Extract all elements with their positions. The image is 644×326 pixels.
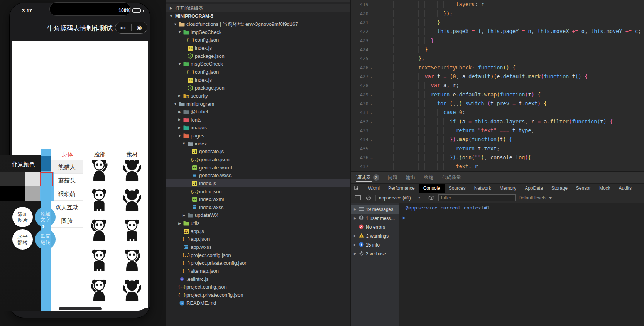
devtools-tab-sources[interactable]: Sources xyxy=(445,184,470,193)
tree-item[interactable]: {..}project.private.config.json xyxy=(166,291,350,299)
tree-item[interactable]: {..}project.config.json xyxy=(166,251,350,259)
tree-item[interactable]: generate.wxss xyxy=(166,171,350,179)
sticker-item[interactable] xyxy=(87,217,111,244)
tab-3[interactable]: 素材 xyxy=(116,149,148,160)
sticker-item[interactable] xyxy=(120,277,144,304)
fold-arrow-icon[interactable]: ⌄ xyxy=(368,120,375,123)
category-item[interactable]: 蘑菇头 xyxy=(51,174,83,187)
chevron-down-icon[interactable]: ▼ xyxy=(181,142,187,145)
chevron-right-icon[interactable]: ▶ xyxy=(177,118,183,122)
chevron-right-icon[interactable]: ▶ xyxy=(177,126,183,130)
sticker-item[interactable] xyxy=(87,277,111,304)
fold-arrow-icon[interactable]: ⌄ xyxy=(368,66,375,69)
chevron-right-icon[interactable]: ▶ xyxy=(354,234,357,238)
tree-item[interactable]: ▶fonts xyxy=(166,116,350,124)
code-editor[interactable]: 419layers: r420});421}422this.pageX = i,… xyxy=(351,0,644,171)
fold-arrow-icon[interactable]: ⌄ xyxy=(368,111,375,115)
debugger-tab[interactable]: 输出 xyxy=(406,172,416,183)
tree-item[interactable]: JSapp.js xyxy=(166,227,350,235)
menu-dots-icon[interactable]: ••• xyxy=(115,25,131,30)
sticker-item[interactable] xyxy=(87,247,111,274)
color-swatch[interactable] xyxy=(25,172,40,186)
tree-item[interactable]: ▶updateWX xyxy=(166,211,350,220)
tree-section-header[interactable]: ▼MINIPROGRAM-5 xyxy=(166,12,350,20)
tree-item[interactable]: ▼msgSecCheck xyxy=(166,60,350,68)
tree-item[interactable]: package.json xyxy=(166,84,350,92)
chevron-down-icon[interactable]: ▼ xyxy=(168,14,174,18)
console-filter-row[interactable]: ▶2 verbose xyxy=(351,249,399,258)
devtools-tab-wxml[interactable]: Wxml xyxy=(364,184,384,193)
console-output[interactable]: @appservice-current-context#1 > xyxy=(399,203,644,326)
tree-item[interactable]: {..}project.private.config.json xyxy=(166,259,350,267)
category-item[interactable]: 熊猫人 xyxy=(51,160,83,174)
log-level-selector[interactable]: Default levels ▼ xyxy=(519,195,553,201)
capsule-button[interactable]: ••• ◉ xyxy=(115,22,147,34)
tree-item[interactable]: {..}config.json xyxy=(166,68,350,76)
sticker-item[interactable] xyxy=(120,217,144,244)
tree-item[interactable]: ▼pages xyxy=(166,132,350,140)
tree-item[interactable]: {..}sitemap.json xyxy=(166,267,350,275)
sticker-item[interactable] xyxy=(87,187,111,214)
chevron-right-icon[interactable]: › xyxy=(42,221,45,231)
tree-item[interactable]: iREADME.md xyxy=(166,299,350,307)
chevron-right-icon[interactable]: ▶ xyxy=(177,221,183,225)
sticker-item[interactable] xyxy=(87,157,111,184)
flip-horizontal-button[interactable]: 水平翻转 xyxy=(12,229,33,250)
chevron-down-icon[interactable]: ▼ xyxy=(177,134,183,138)
tree-item[interactable]: JSindex.js xyxy=(166,179,350,187)
chevron-down-icon[interactable]: ▼ xyxy=(177,30,183,34)
tree-item[interactable]: JSgenerate.js xyxy=(166,148,350,156)
console-prompt[interactable]: > xyxy=(399,213,644,221)
tree-item[interactable]: ▶security xyxy=(166,92,350,100)
tree-item[interactable]: {..}config.json xyxy=(166,36,350,44)
fold-arrow-icon[interactable]: ⌄ xyxy=(368,156,375,160)
tree-item[interactable]: JSindex.js xyxy=(166,44,350,52)
tree-item[interactable]: ▼index xyxy=(166,140,350,148)
devtools-tab-audits[interactable]: Audits xyxy=(615,184,636,193)
chevron-right-icon[interactable]: ▶ xyxy=(168,6,174,10)
devtools-tab-performance[interactable]: Performance xyxy=(384,184,419,193)
chevron-right-icon[interactable]: ▶ xyxy=(354,216,357,220)
console-filter-row[interactable]: ▶2 warnings xyxy=(351,231,399,240)
filter-input[interactable] xyxy=(438,194,516,201)
tree-item[interactable]: ▼miniprogram xyxy=(166,100,350,108)
chevron-down-icon[interactable]: ▼ xyxy=(177,62,183,66)
tree-item[interactable]: {..}index.json xyxy=(166,187,350,196)
clear-console-icon[interactable] xyxy=(365,195,372,201)
fold-arrow-icon[interactable]: ⌄ xyxy=(368,101,375,105)
sticker-item[interactable] xyxy=(120,247,144,274)
chevron-down-icon[interactable]: ▼ xyxy=(172,102,178,106)
tree-item[interactable]: <>generate.wxml xyxy=(166,164,350,172)
color-swatch[interactable] xyxy=(25,186,40,201)
category-item[interactable]: 圆脸 xyxy=(51,214,83,228)
record-icon[interactable]: ◉ xyxy=(132,25,147,31)
tab-1[interactable]: 身体 xyxy=(51,149,84,160)
chevron-right-icon[interactable]: ▶ xyxy=(354,208,357,211)
element-picker-icon[interactable] xyxy=(351,184,362,193)
devtools-tab-mock[interactable]: Mock xyxy=(595,184,615,193)
tree-item[interactable]: package.json xyxy=(166,52,350,60)
devtools-tab-console[interactable]: Console xyxy=(419,184,445,193)
fold-arrow-icon[interactable]: ⌄ xyxy=(368,138,375,142)
debugger-tab[interactable]: 问题 xyxy=(388,172,397,183)
debugger-tab[interactable]: 调试器2 xyxy=(356,172,379,183)
tree-item[interactable]: ▶@babel xyxy=(166,108,350,116)
tree-item[interactable]: ▶images xyxy=(166,124,350,132)
console-filter-row[interactable]: ▶15 info xyxy=(351,240,399,249)
tree-item[interactable]: {..}app.json xyxy=(166,235,350,243)
devtools-tab-sensor[interactable]: Sensor xyxy=(572,184,595,193)
sticker-item[interactable] xyxy=(120,187,144,214)
tree-item[interactable]: {..}generate.json xyxy=(166,155,350,164)
chevron-right-icon[interactable]: ▶ xyxy=(354,252,357,255)
debugger-tab[interactable]: 终端 xyxy=(424,172,434,183)
sticker-item[interactable] xyxy=(120,157,144,184)
console-context-line[interactable]: @appservice-current-context#1 xyxy=(399,203,644,213)
fold-arrow-icon[interactable]: ⌄ xyxy=(368,93,375,96)
debugger-tab[interactable]: 代码质量 xyxy=(442,172,461,183)
tree-item[interactable]: JSindex.js xyxy=(166,76,350,84)
tree-item[interactable]: ▼imgSecCheck xyxy=(166,28,350,36)
color-swatch[interactable] xyxy=(0,186,25,201)
tree-item[interactable]: app.wxss xyxy=(166,243,350,251)
category-item[interactable]: 双人互动 xyxy=(51,201,83,214)
context-selector[interactable]: appservice (#1) ▼ xyxy=(379,195,421,201)
